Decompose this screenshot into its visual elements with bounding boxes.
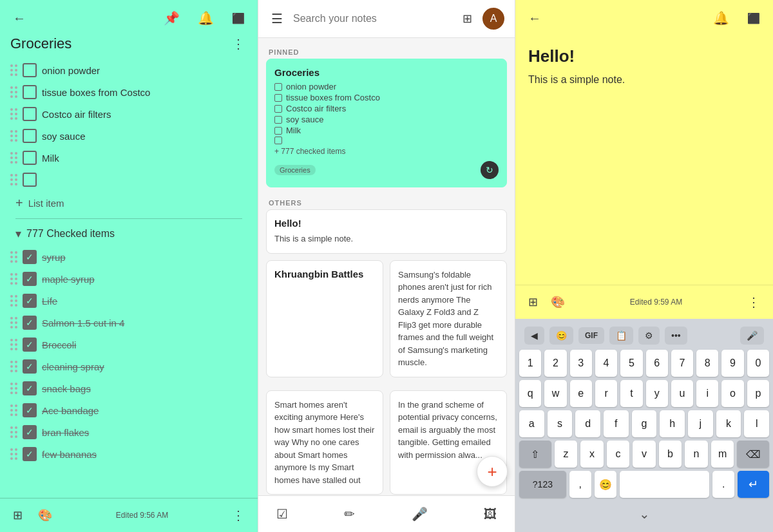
checkbox-checked[interactable]: ✓: [23, 381, 37, 395]
right-note-title[interactable]: Hello!: [528, 46, 760, 66]
key-o[interactable]: o: [721, 380, 743, 407]
key-a[interactable]: a: [519, 410, 544, 437]
key-p[interactable]: p: [747, 380, 769, 407]
right-add-button[interactable]: ⊞: [526, 292, 540, 312]
key-e[interactable]: e: [570, 380, 592, 407]
checkbox-checked[interactable]: ✓: [23, 250, 37, 264]
add-item-row[interactable]: + List item: [5, 191, 253, 216]
list-item[interactable]: ✓ Broccoli: [5, 334, 253, 356]
key-space[interactable]: [620, 471, 709, 498]
checkbox-checked[interactable]: ✓: [23, 294, 37, 308]
shift-key[interactable]: ⇧: [519, 441, 551, 468]
list-item[interactable]: onion powder: [5, 59, 253, 81]
kb-settings-btn[interactable]: ⚙: [638, 327, 660, 345]
right-archive-button[interactable]: ⬛: [745, 10, 763, 27]
kb-emoji-btn[interactable]: 😊: [549, 327, 573, 345]
key-3[interactable]: 3: [570, 350, 592, 377]
drag-handle[interactable]: [10, 383, 17, 394]
fab-button[interactable]: +: [477, 456, 508, 487]
checkbox[interactable]: [23, 63, 37, 77]
back-button[interactable]: ←: [10, 8, 28, 28]
key-0[interactable]: 0: [747, 350, 769, 377]
drag-handle[interactable]: [10, 130, 17, 142]
key-u[interactable]: u: [671, 380, 693, 407]
bell-button[interactable]: 🔔: [195, 8, 216, 28]
key-period[interactable]: .: [712, 471, 734, 498]
key-f[interactable]: f: [604, 410, 629, 437]
right-note-body[interactable]: This is a simple note.: [528, 74, 760, 86]
checkbox-checked[interactable]: ✓: [23, 359, 37, 374]
drag-handle[interactable]: [10, 339, 17, 350]
note-tag[interactable]: Groceries: [274, 165, 316, 175]
drag-handle[interactable]: [10, 426, 17, 438]
key-s[interactable]: s: [548, 410, 573, 437]
checkbox-checked[interactable]: ✓: [23, 425, 37, 439]
drag-handle[interactable]: [10, 251, 17, 263]
drag-handle[interactable]: [10, 64, 17, 76]
key-b[interactable]: b: [659, 441, 682, 468]
key-enter[interactable]: ↵: [738, 471, 769, 498]
mic-button[interactable]: 🎤: [409, 504, 430, 524]
right-bell-button[interactable]: 🔔: [711, 8, 732, 28]
key-6[interactable]: 6: [646, 350, 668, 377]
drag-handle[interactable]: [10, 404, 17, 416]
drag-handle[interactable]: [10, 295, 17, 307]
checkbox-icon-button[interactable]: ☑: [274, 504, 291, 524]
drag-handle[interactable]: [10, 273, 17, 285]
kb-gif-btn[interactable]: GIF: [578, 327, 604, 344]
checkbox-checked[interactable]: ✓: [23, 447, 37, 461]
drag-handle[interactable]: [10, 361, 17, 372]
key-j[interactable]: j: [688, 410, 713, 437]
checkbox[interactable]: [23, 129, 37, 143]
checkbox[interactable]: [23, 151, 37, 165]
checkbox[interactable]: [23, 85, 37, 99]
list-item[interactable]: ✓ Ace bandage: [5, 399, 253, 421]
list-item[interactable]: ✓ maple syrup: [5, 268, 253, 290]
list-item[interactable]: Costco air filters: [5, 103, 253, 125]
drag-handle[interactable]: [10, 108, 17, 120]
drag-handle[interactable]: [10, 174, 17, 185]
list-item[interactable]: ✓ bran flakes: [5, 421, 253, 443]
key-d[interactable]: d: [575, 410, 600, 437]
note-card[interactable]: Khruangbin Battles: [266, 260, 383, 377]
archive-button[interactable]: ⬛: [229, 10, 247, 27]
key-123[interactable]: ?123: [519, 471, 566, 498]
key-4[interactable]: 4: [595, 350, 617, 377]
list-item[interactable]: ✓ snack bags: [5, 377, 253, 399]
key-2[interactable]: 2: [544, 350, 566, 377]
checkbox-checked[interactable]: ✓: [23, 316, 37, 330]
key-w[interactable]: w: [544, 380, 566, 407]
kb-back-btn[interactable]: ◀: [524, 327, 544, 345]
footer-more-button[interactable]: ⋮: [229, 505, 247, 526]
key-comma[interactable]: ,: [569, 471, 591, 498]
pencil-button[interactable]: ✏: [341, 504, 358, 524]
kb-mic-btn[interactable]: 🎤: [740, 327, 764, 345]
search-input[interactable]: [293, 13, 452, 24]
key-l[interactable]: l: [744, 410, 769, 437]
key-k[interactable]: k: [716, 410, 741, 437]
key-i[interactable]: i: [696, 380, 718, 407]
right-more-button[interactable]: ⋮: [745, 292, 763, 312]
palette-button[interactable]: 🎨: [35, 506, 55, 525]
key-7[interactable]: 7: [671, 350, 693, 377]
menu-button[interactable]: ☰: [269, 8, 285, 29]
delete-key[interactable]: ⌫: [737, 441, 769, 468]
add-item-button[interactable]: ⊞: [10, 506, 25, 525]
list-item[interactable]: ✓ Life: [5, 290, 253, 312]
list-item[interactable]: [5, 169, 253, 191]
checkbox-checked[interactable]: ✓: [23, 272, 37, 286]
grid-view-button[interactable]: ⊞: [460, 9, 475, 28]
right-palette-button[interactable]: 🎨: [548, 292, 568, 312]
key-y[interactable]: y: [646, 380, 668, 407]
list-item[interactable]: Milk: [5, 147, 253, 169]
note-card-hello[interactable]: Hello! This is a simple note.: [266, 209, 507, 254]
kb-clipboard-btn[interactable]: 📋: [609, 327, 633, 345]
pin-button[interactable]: 📌: [161, 8, 182, 28]
pinned-note-card[interactable]: Groceries onion powder tissue boxes from…: [266, 59, 507, 187]
image-button[interactable]: 🖼: [481, 504, 499, 524]
key-v[interactable]: v: [633, 441, 656, 468]
key-g[interactable]: g: [632, 410, 657, 437]
list-item[interactable]: soy sauce: [5, 125, 253, 147]
kb-more-btn[interactable]: •••: [665, 327, 687, 345]
checkbox-checked[interactable]: ✓: [23, 337, 37, 352]
